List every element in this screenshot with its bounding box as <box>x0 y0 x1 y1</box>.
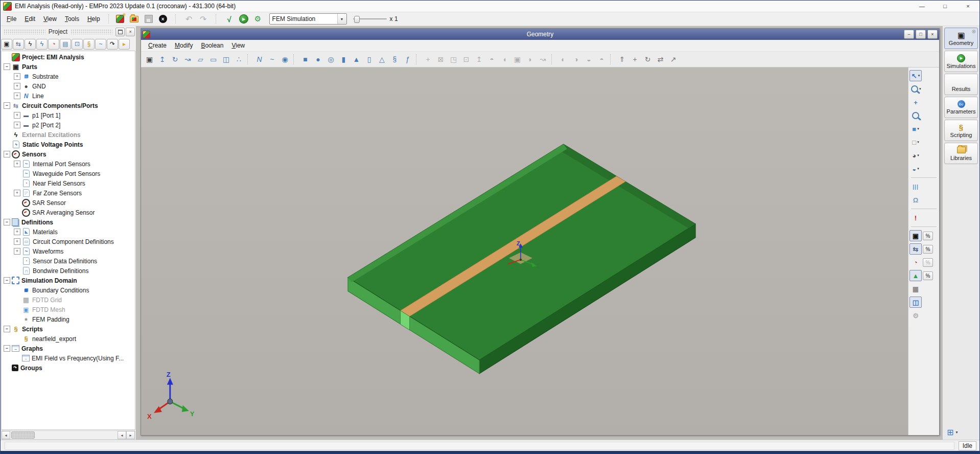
geometry-restore-button[interactable]: □ <box>916 30 926 39</box>
tree-item[interactable]: SAR Sensor <box>2 198 135 208</box>
geometry-title-bar[interactable]: Geometry – □ × <box>141 29 939 40</box>
tree-item[interactable]: +Substrate <box>2 72 135 81</box>
sweep-button[interactable]: ↝ <box>181 53 194 65</box>
imprint-button[interactable]: ⊡ <box>460 53 473 65</box>
show-parts-button[interactable]: ▣ <box>909 230 922 241</box>
tree-item[interactable]: nearfield_export <box>2 334 135 344</box>
rotate-part-button[interactable]: ↻ <box>641 53 654 65</box>
tree-item[interactable]: EMI Field vs Frequency(Using F... <box>2 353 135 363</box>
revolve-button[interactable]: ↻ <box>169 53 181 65</box>
maximize-button[interactable]: □ <box>934 1 956 12</box>
bend-button[interactable]: ↝ <box>536 53 549 65</box>
helix-button[interactable]: § <box>388 53 401 65</box>
tab-libraries[interactable]: Libraries <box>944 143 978 164</box>
collapse-icon[interactable]: − <box>4 102 10 109</box>
sheet-body-button[interactable]: ▭ <box>207 53 220 65</box>
spline-button[interactable]: ~ <box>266 53 278 65</box>
domain-filter-button[interactable]: ⊡ <box>72 39 83 50</box>
graphs-filter-button[interactable]: ~ <box>95 39 106 50</box>
expand-icon[interactable]: + <box>14 112 20 119</box>
setup-wrench-button[interactable] <box>252 13 264 25</box>
expand-icon[interactable]: + <box>14 248 20 255</box>
geometry-close-button[interactable]: × <box>927 30 938 39</box>
show-far-zones-button[interactable]: ▲ <box>909 270 922 281</box>
select-tool-button[interactable]: ↖▾ <box>909 70 922 81</box>
extrude-face-button[interactable]: ↥ <box>473 53 485 65</box>
tree-item[interactable]: +Far Zone Sensors <box>2 188 135 198</box>
undo-button[interactable] <box>183 13 195 25</box>
wire-body-button[interactable]: ∴ <box>232 53 245 65</box>
tree-item[interactable]: +p1 [Port 1] <box>2 110 135 120</box>
collapse-icon[interactable]: − <box>4 219 10 225</box>
open-project-button[interactable] <box>128 13 141 25</box>
tree-item[interactable]: FEM Padding <box>2 314 135 324</box>
shell-button[interactable]: ▣ <box>511 53 524 65</box>
expand-icon[interactable]: + <box>14 238 20 245</box>
run-simulation-button[interactable] <box>238 13 250 25</box>
geometry-menu-create[interactable]: Create <box>144 40 171 51</box>
float-panel-button[interactable] <box>115 28 125 36</box>
save-project-button[interactable] <box>143 13 155 25</box>
torus-button[interactable]: ◎ <box>324 53 337 65</box>
lens-view-button[interactable]: ◒▾ <box>909 163 922 174</box>
expand-icon[interactable]: + <box>14 122 20 128</box>
chevron-down-icon[interactable]: ▾ <box>917 153 919 157</box>
tree-item[interactable]: FDTD Grid <box>2 295 135 305</box>
translate-part-button[interactable]: ⇑ <box>616 53 628 65</box>
tree-item[interactable]: +Waveforms <box>2 246 135 256</box>
close-button[interactable]: × <box>956 1 979 12</box>
zoom-window-tool-button[interactable]: ▾ <box>909 83 923 95</box>
collapse-icon[interactable]: − <box>4 326 10 332</box>
libraries-filter-button[interactable]: ▸ <box>119 39 130 50</box>
tab-results[interactable]: Results <box>944 74 978 95</box>
thermal-display-button[interactable]: ! <box>909 212 922 223</box>
collapse-icon[interactable]: − <box>4 345 10 352</box>
tree-item[interactable]: +Circuit Component Definitions <box>2 237 135 246</box>
zoom-parts-tool-button[interactable] <box>909 110 922 121</box>
scroll-left-icon[interactable]: ◂ <box>2 431 10 439</box>
redo-button[interactable] <box>197 13 209 25</box>
minimize-button[interactable]: — <box>911 1 934 12</box>
tree-item[interactable]: External Excitations <box>2 130 135 140</box>
tree-item[interactable]: Near Field Sensors <box>2 178 135 188</box>
groups-filter-button[interactable]: ↷ <box>107 39 118 50</box>
tree-item[interactable]: +Internal Port Sensors <box>2 159 135 169</box>
tree-item[interactable]: Boundary Conditions <box>2 285 135 295</box>
abort-button[interactable] <box>157 13 169 25</box>
speed-slider[interactable] <box>353 15 387 23</box>
scripts-filter-button[interactable]: § <box>83 39 95 50</box>
round-edge-button[interactable]: ◖ <box>498 53 511 65</box>
panel-drag-handle[interactable] <box>71 29 112 34</box>
expand-icon[interactable]: + <box>14 190 20 196</box>
show-ports-button[interactable]: ⇆ <box>909 243 922 255</box>
parametric-part-button[interactable]: ƒ <box>401 53 414 65</box>
loft-button[interactable]: ▱ <box>194 53 207 65</box>
prism-button[interactable]: ▯ <box>363 53 376 65</box>
chevron-down-icon[interactable]: ▾ <box>919 87 921 91</box>
expand-icon[interactable]: + <box>14 93 20 99</box>
geodesic-sphere-button[interactable]: ◉ <box>278 53 291 65</box>
tree-item[interactable]: +p2 [Port 2] <box>2 120 135 130</box>
tree-item[interactable]: −Scripts <box>2 324 135 334</box>
cover-button[interactable]: ◓ <box>485 53 498 65</box>
detach-face-button[interactable]: ◳ <box>447 53 460 65</box>
chevron-down-icon[interactable]: ▾ <box>917 140 919 144</box>
create-part-button[interactable]: ▣ <box>143 53 156 65</box>
tree-item[interactable]: Project: EMI Analysis <box>2 52 135 62</box>
mirror-part-button[interactable]: ⇄ <box>654 53 667 65</box>
tree-item[interactable]: Waveguide Port Sensors <box>2 169 135 178</box>
tree-item[interactable]: −Parts <box>2 62 135 72</box>
move-part-button[interactable]: + <box>628 53 641 65</box>
show-ports-opacity-button[interactable]: % <box>923 245 933 254</box>
tab-scripting[interactable]: Scripting <box>944 120 978 141</box>
excitations-filter-button[interactable]: ϟ <box>25 39 36 50</box>
collapse-icon[interactable]: − <box>4 151 10 157</box>
show-parts-opacity-button[interactable]: % <box>923 232 933 240</box>
collapse-icon[interactable]: − <box>4 277 10 284</box>
menu-tools[interactable]: Tools <box>61 14 83 24</box>
scroll-right-icon[interactable]: ▸ <box>126 431 135 439</box>
menu-file[interactable]: File <box>3 14 20 24</box>
close-panel-button[interactable]: × <box>126 28 135 36</box>
tree-item[interactable]: FDTD Mesh <box>2 305 135 314</box>
tree-horizontal-scrollbar[interactable]: ◂ ◂ ▸ <box>1 430 135 440</box>
